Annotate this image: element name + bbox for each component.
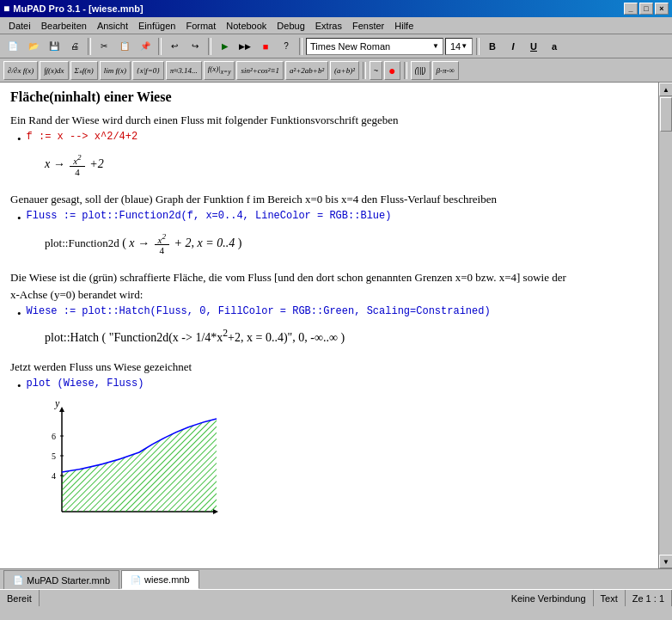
menu-extras[interactable]: Extras xyxy=(310,19,347,33)
title-bar: ■ MuPAD Pro 3.1 - [wiese.mnb] _ □ × xyxy=(0,0,672,17)
font-dropdown-icon[interactable]: ▼ xyxy=(432,42,439,50)
minimize-button[interactable]: _ xyxy=(624,3,638,15)
main-toolbar: 📄 📂 💾 🖨 ✂ 📋 📌 ↩ ↪ ▶ ▶▶ ■ ? Times New Rom… xyxy=(0,34,672,58)
toolbar-sep-5 xyxy=(476,38,480,55)
content-area[interactable]: Fläche(ninhalt) einer Wiese Ein Rand der… xyxy=(0,83,658,568)
status-position: Ze 1 : 1 xyxy=(626,590,672,606)
tab-icon-2: 📄 xyxy=(131,575,141,585)
size-dropdown-icon[interactable]: ▼ xyxy=(461,42,467,50)
gap2 xyxy=(10,262,648,271)
redo-button[interactable]: ↪ xyxy=(186,37,205,56)
new-button[interactable]: 📄 xyxy=(3,37,22,56)
integral-button[interactable]: ∫f(x)dx xyxy=(40,61,68,80)
bold-button[interactable]: B xyxy=(483,37,502,56)
code3[interactable]: Wiese := plot::Hatch(Fluss, 0, FillColor… xyxy=(27,305,491,317)
math-toolbar: ∂/∂x f(x) ∫f(x)dx Σₙf(n) lim f(x) {x|f=0… xyxy=(0,58,672,83)
tab-label-2: wiese.mnb xyxy=(144,574,190,585)
tab-wiese[interactable]: 📄 wiese.mnb xyxy=(121,570,199,589)
print-button[interactable]: 🖨 xyxy=(65,37,84,56)
para3-line2: x-Achse (y=0) berandet wird: xyxy=(10,288,648,302)
subst-button[interactable]: f(x)|x=y xyxy=(204,61,235,80)
math-display-2: plot::Function2d ( x → x2 4 + 2, x = 0..… xyxy=(45,232,648,256)
matrix-button[interactable]: (|||) xyxy=(411,61,431,80)
maximize-button[interactable]: □ xyxy=(639,3,653,15)
copy-button[interactable]: 📋 xyxy=(115,37,134,56)
bullet-row-3: • Wiese := plot::Hatch(Fluss, 0, FillCol… xyxy=(17,305,648,321)
vertical-scrollbar[interactable]: ▲ ▼ xyxy=(658,83,672,568)
para1: Ein Rand der Wiese wird durch einen Flus… xyxy=(10,114,648,127)
scroll-down-button[interactable]: ▼ xyxy=(659,555,672,568)
factor-button[interactable]: (a+b)² xyxy=(330,61,359,80)
bullet-4: • xyxy=(17,379,21,393)
code1[interactable]: f := x --> x^2/4+2 xyxy=(27,131,138,143)
scroll-up-button[interactable]: ▲ xyxy=(659,83,672,96)
code2[interactable]: Fluss := plot::Function2d(f, x=0..4, Lin… xyxy=(27,210,392,222)
dot-button[interactable]: ● xyxy=(384,61,400,80)
math-sep-2 xyxy=(404,62,407,79)
menu-debug[interactable]: Debug xyxy=(272,19,309,33)
toolbar-sep-2 xyxy=(158,38,162,55)
toolbar-sep-1 xyxy=(88,38,91,55)
solve-button[interactable]: {x|f=0} xyxy=(132,61,164,80)
expand-button[interactable]: a²+2ab+b² xyxy=(285,61,328,80)
status-text-label: Text xyxy=(601,593,618,604)
font-selector[interactable]: Times New Roman ▼ xyxy=(306,38,443,55)
close-button[interactable]: × xyxy=(655,3,669,15)
cut-button[interactable]: ✂ xyxy=(95,37,113,56)
status-left-text: Bereit xyxy=(7,593,32,604)
underline-button[interactable]: U xyxy=(524,37,543,56)
greek-button[interactable]: β-π-∞ xyxy=(432,61,459,80)
scroll-thumb[interactable] xyxy=(660,97,672,132)
math1-frac: x2 4 xyxy=(70,153,84,177)
math1-prefix: x → xyxy=(45,157,65,170)
menu-format[interactable]: Format xyxy=(180,19,221,33)
status-ready: Bereit xyxy=(0,590,40,606)
bullet-row-1: • f := x --> x^2/4+2 xyxy=(17,131,648,146)
save-button[interactable]: 💾 xyxy=(45,37,64,56)
limit-button[interactable]: lim f(x) xyxy=(100,61,131,80)
menu-bar: Datei Bearbeiten Ansicht Einfügen Format… xyxy=(0,17,672,34)
toolbar-sep-4 xyxy=(299,38,302,55)
undo-button[interactable]: ↩ xyxy=(165,37,184,56)
gap3 xyxy=(10,352,648,360)
menu-notebook[interactable]: Notebook xyxy=(221,19,272,33)
chart-svg: y 6 5 4 xyxy=(36,400,225,525)
bullet-2: • xyxy=(17,212,21,225)
bullet-1: • xyxy=(17,132,21,146)
para3-line1: Die Wiese ist die (grün) schraffierte Fl… xyxy=(10,271,648,285)
tab-label-1: MuPAD Starter.mnb xyxy=(27,575,110,586)
menu-hilfe[interactable]: Hilfe xyxy=(389,19,418,33)
derivative-button[interactable]: ∂/∂x f(x) xyxy=(3,61,38,80)
size-selector[interactable]: 14 ▼ xyxy=(445,38,473,55)
stop-button[interactable]: ■ xyxy=(256,37,275,56)
status-pos-text: Ze 1 : 1 xyxy=(632,593,664,604)
sum-button[interactable]: Σₙf(n) xyxy=(70,61,98,80)
font-size: 14 xyxy=(450,41,461,52)
paste-button[interactable]: 📌 xyxy=(136,37,155,56)
plot-button[interactable]: ~ xyxy=(370,61,382,80)
menu-fenster[interactable]: Fenster xyxy=(347,19,389,33)
open-button[interactable]: 📂 xyxy=(24,37,43,56)
eval-all-button[interactable]: ▶▶ xyxy=(235,37,254,56)
menu-einfuegen[interactable]: Einfügen xyxy=(133,19,180,33)
tab-mupad-starter[interactable]: 📄 MuPAD Starter.mnb xyxy=(3,570,119,589)
menu-ansicht[interactable]: Ansicht xyxy=(92,19,133,33)
menu-datei[interactable]: Datei xyxy=(3,19,36,33)
status-connection: Keine Verbindung xyxy=(504,590,594,606)
code4[interactable]: plot (Wiese, Fluss) xyxy=(27,378,144,390)
bullet-row-2: • Fluss := plot::Function2d(f, x=0..4, L… xyxy=(17,210,648,225)
math-sep xyxy=(363,62,366,79)
window-title: MuPAD Pro 3.1 - [wiese.mnb] xyxy=(13,3,143,14)
tab-bar: 📄 MuPAD Starter.mnb 📄 wiese.mnb xyxy=(0,568,672,589)
status-bar: Bereit Keine Verbindung Text Ze 1 : 1 xyxy=(0,589,672,606)
main-area: wiese.mnb _ □ × Fläche(ninhalt) einer Wi… xyxy=(0,83,672,568)
pi-button[interactable]: π≈3.14... xyxy=(166,61,202,80)
svg-text:y: y xyxy=(54,400,60,409)
eval-button[interactable]: ▶ xyxy=(215,37,234,56)
menu-bearbeiten[interactable]: Bearbeiten xyxy=(36,19,92,33)
align-button[interactable]: a xyxy=(545,37,564,56)
bullet-row-4: • plot (Wiese, Fluss) xyxy=(17,378,648,393)
help-button[interactable]: ? xyxy=(277,37,296,56)
trig-button[interactable]: sin²+cos²≡1 xyxy=(236,61,284,80)
italic-button[interactable]: I xyxy=(504,37,522,56)
